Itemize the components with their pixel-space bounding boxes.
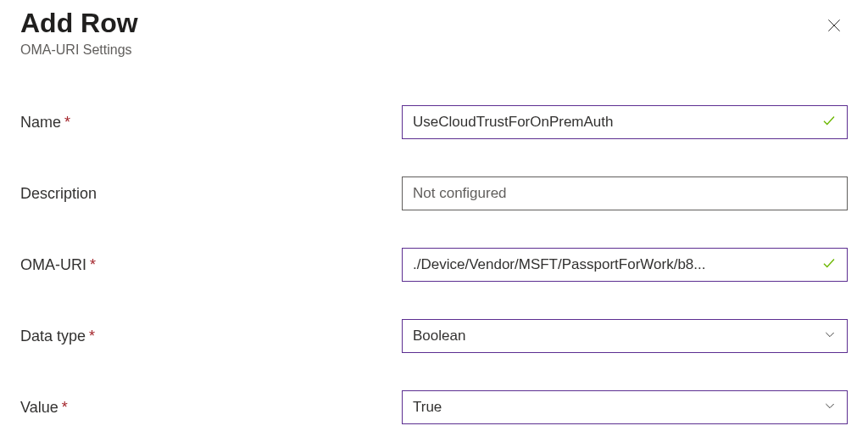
description-label-text: Description bbox=[20, 185, 97, 203]
required-asterisk: * bbox=[64, 114, 70, 132]
required-asterisk: * bbox=[90, 256, 96, 274]
name-label-text: Name bbox=[20, 114, 61, 132]
name-input-wrap[interactable] bbox=[402, 105, 848, 139]
omauri-input[interactable] bbox=[413, 256, 815, 273]
datatype-label: Data type * bbox=[20, 328, 402, 345]
page-subtitle: OMA-URI Settings bbox=[20, 42, 138, 58]
datatype-selected-value: Boolean bbox=[413, 328, 465, 345]
description-input-wrap[interactable] bbox=[402, 176, 848, 210]
omauri-label: OMA-URI * bbox=[20, 256, 402, 274]
description-input[interactable] bbox=[413, 185, 837, 202]
chevron-down-icon bbox=[823, 328, 837, 345]
datatype-select[interactable]: Boolean bbox=[402, 319, 848, 353]
omauri-input-wrap[interactable] bbox=[402, 248, 848, 282]
close-button[interactable] bbox=[821, 12, 848, 42]
chevron-down-icon bbox=[823, 399, 837, 416]
close-icon bbox=[826, 17, 843, 36]
omauri-label-text: OMA-URI bbox=[20, 256, 86, 274]
check-icon bbox=[821, 113, 837, 132]
page-title: Add Row bbox=[20, 7, 138, 39]
value-selected-value: True bbox=[413, 399, 442, 416]
value-label-text: Value bbox=[20, 399, 58, 417]
required-asterisk: * bbox=[62, 399, 68, 417]
value-select[interactable]: True bbox=[402, 390, 848, 424]
check-icon bbox=[821, 255, 837, 274]
datatype-label-text: Data type bbox=[20, 328, 86, 345]
name-input[interactable] bbox=[413, 114, 815, 131]
name-label: Name * bbox=[20, 114, 402, 132]
value-label: Value * bbox=[20, 399, 402, 417]
required-asterisk: * bbox=[89, 328, 95, 345]
description-label: Description bbox=[20, 185, 402, 203]
